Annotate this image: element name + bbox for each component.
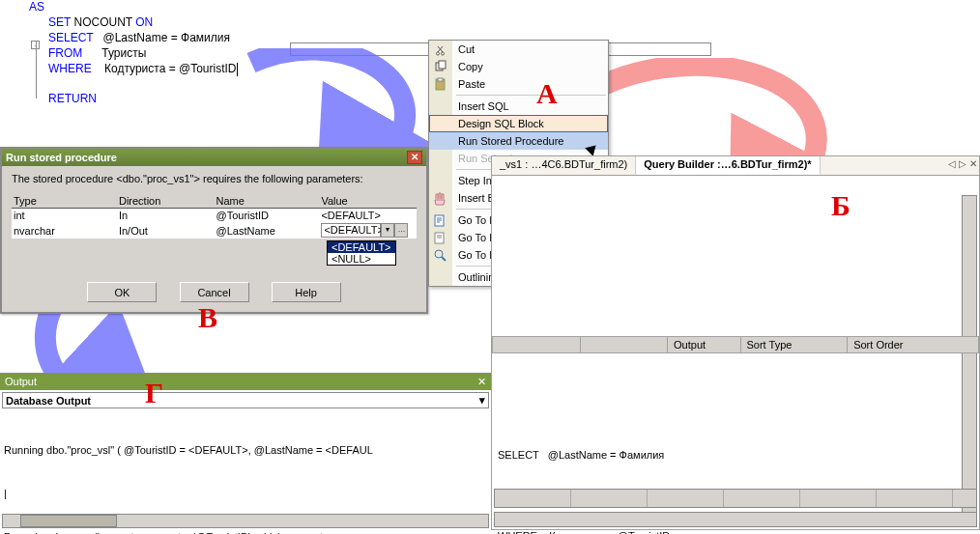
value-dropdown-list[interactable]: <DEFAULT> <NULL>	[327, 240, 396, 266]
menu-insert-sql[interactable]: Insert SQL	[429, 98, 608, 115]
tab-controls[interactable]: ◁ ▷ ✕	[948, 158, 977, 169]
col-value: Value	[319, 194, 417, 209]
menu-cut[interactable]: Cut	[429, 41, 608, 58]
dialog-message: The stored procedure <dbo."proc_vs1"> re…	[12, 173, 417, 184]
value-combo[interactable]: <DEFAULT>	[321, 223, 381, 238]
tab-active[interactable]: Query Builder :…6.BDTur_firm2)*	[636, 156, 820, 175]
table-row[interactable]: nvarchar In/Out @LastName <DEFAULT>▾…	[12, 222, 417, 239]
svg-rect-3	[438, 78, 443, 81]
scrollbar-horizontal[interactable]	[2, 514, 489, 528]
dialog-title: Run stored procedure	[6, 152, 117, 163]
dropdown-option[interactable]: <NULL>	[328, 253, 395, 265]
parameters-table: Type Direction Name Value int In @Touris…	[12, 194, 417, 239]
run-stored-procedure-dialog: Run stored procedure ✕ The stored proced…	[0, 147, 428, 314]
hand-icon	[433, 191, 448, 207]
dropdown-option[interactable]: <DEFAULT>	[328, 241, 395, 253]
copy-icon	[433, 60, 448, 75]
code-line: SET NOCOUNT ON	[0, 15, 980, 31]
goto-decl-icon	[433, 231, 448, 246]
output-title: Output	[5, 376, 37, 388]
dialog-titlebar[interactable]: Run stored procedure ✕	[2, 149, 426, 166]
goto-def-icon	[433, 213, 448, 229]
col-direction: Direction	[117, 194, 215, 209]
close-icon[interactable]: ✕	[407, 151, 422, 164]
menu-design-sql-block[interactable]: Design SQL Block	[429, 115, 608, 132]
help-button[interactable]: Help	[272, 282, 341, 302]
goto-ref-icon	[433, 248, 448, 264]
col-sort-order: Sort Order	[848, 337, 979, 353]
cut-icon	[433, 42, 448, 58]
tab-inactive[interactable]: _vs1 : …4C6.BDTur_firm2)	[492, 156, 636, 175]
output-panel: Output ✕ Database Output ▾ Running dbo."…	[0, 373, 491, 530]
ok-button[interactable]: OK	[87, 282, 157, 302]
close-icon[interactable]: ✕	[477, 376, 486, 388]
criteria-grid[interactable]: Output Sort Type Sort Order	[492, 336, 979, 353]
svg-rect-1	[439, 61, 446, 69]
ellipsis-button[interactable]: …	[394, 223, 408, 238]
results-pane[interactable]	[494, 489, 977, 508]
table-row[interactable]: int In @TouristID <DEFAULT>	[12, 209, 417, 223]
chevron-down-icon[interactable]: ▾	[479, 394, 485, 407]
outline-bracket	[36, 41, 37, 98]
menu-copy[interactable]: Copy	[429, 58, 608, 75]
menu-paste[interactable]: Paste	[429, 75, 608, 93]
scrollbar-thumb[interactable]	[20, 515, 117, 527]
col-type: Type	[12, 194, 117, 209]
output-selector[interactable]: Database Output ▾	[2, 392, 489, 408]
col-output: Output	[668, 337, 740, 353]
svg-point-6	[435, 250, 443, 258]
chevron-down-icon[interactable]: ▾	[381, 223, 394, 238]
col-name: Name	[214, 194, 319, 209]
col-sort-type: Sort Type	[740, 337, 848, 353]
paste-icon	[433, 77, 448, 93]
code-line: AS	[0, 0, 980, 15]
scrollbar-horizontal[interactable]	[494, 512, 977, 527]
output-titlebar[interactable]: Output ✕	[0, 374, 491, 390]
menu-run-stored-procedure[interactable]: Run Stored Procedure	[429, 132, 608, 150]
query-builder-window: _vs1 : …4C6.BDTur_firm2) Query Builder :…	[491, 155, 980, 530]
cancel-button[interactable]: Cancel	[180, 282, 249, 302]
